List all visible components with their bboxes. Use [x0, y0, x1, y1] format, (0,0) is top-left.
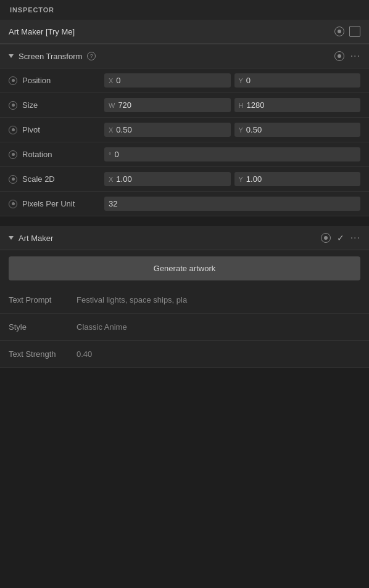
position-y-value: 0 [246, 76, 356, 85]
text-prompt-row: Text Prompt Festival lights, space ships… [0, 287, 369, 314]
scale2d-row: Scale 2D X 1.00 Y 1.00 [0, 167, 369, 192]
position-inputs: X 0 Y 0 [104, 73, 360, 88]
position-row: Position X 0 Y 0 [0, 68, 369, 93]
pivot-inputs: X 0.50 Y 0.50 [104, 123, 360, 137]
scale-x-input[interactable]: X 1.00 [104, 172, 231, 186]
scale2d-label-container: Scale 2D [9, 174, 104, 184]
size-label: Size [22, 100, 38, 110]
text-prompt-value: Festival lights, space ships, pla [77, 295, 360, 304]
art-maker-label: Art Maker [19, 234, 53, 243]
scale-y-value: 1.00 [246, 174, 356, 184]
position-x-prefix: X [109, 77, 113, 84]
inspector-header: INSPECTOR [0, 0, 369, 20]
text-strength-label: Text Strength [9, 349, 77, 359]
rotation-input[interactable]: ° 0 [104, 147, 360, 161]
pivot-label-container: Pivot [9, 125, 104, 134]
rotation-value: 0 [114, 150, 356, 159]
position-x-input[interactable]: X 0 [104, 73, 231, 88]
text-prompt-label: Text Prompt [9, 295, 77, 304]
scale-y-input[interactable]: Y 1.00 [234, 172, 361, 186]
art-maker-more-icon[interactable]: ··· [350, 232, 360, 243]
pivot-y-prefix: Y [239, 126, 243, 134]
section-header-right: ··· [334, 51, 360, 62]
rotation-prefix: ° [109, 151, 111, 158]
help-icon[interactable]: ? [87, 52, 96, 60]
scale2d-inputs: X 1.00 Y 1.00 [104, 172, 360, 186]
component-title: Art Maker [Try Me] [9, 27, 75, 36]
size-h-value: 1280 [246, 100, 356, 110]
art-maker-header: Art Maker ✓ ··· [0, 226, 369, 250]
art-maker-chevron-icon[interactable] [9, 236, 14, 240]
size-h-input[interactable]: H 1280 [234, 98, 361, 112]
pixels-per-unit-row: Pixels Per Unit 32 [0, 192, 369, 216]
section-enable-radio[interactable] [334, 51, 344, 61]
expand-square-button[interactable] [349, 26, 360, 37]
section-spacer [0, 216, 369, 221]
rotation-radio[interactable] [9, 150, 17, 159]
style-value: Classic Anime [77, 322, 360, 332]
generate-artwork-button[interactable]: Generate artwork [9, 256, 360, 280]
pivot-x-value: 0.50 [116, 125, 226, 134]
pivot-radio[interactable] [9, 126, 17, 134]
scale-x-prefix: X [109, 176, 113, 183]
pixels-per-unit-input[interactable]: 32 [104, 197, 360, 211]
inspector-title: INSPECTOR [10, 6, 54, 14]
pivot-row: Pivot X 0.50 Y 0.50 [0, 118, 369, 142]
pixels-per-unit-label: Pixels Per Unit [22, 199, 75, 208]
size-row: Size W 720 H 1280 [0, 93, 369, 118]
pivot-y-value: 0.50 [246, 125, 356, 134]
screen-transform-label: Screen Transform [19, 52, 82, 61]
pixels-per-unit-label-container: Pixels Per Unit [9, 199, 104, 208]
size-w-value: 720 [118, 100, 226, 110]
pivot-x-input[interactable]: X 0.50 [104, 123, 231, 137]
screen-transform-section: Screen Transform ? ··· Position X 0 Y 0 [0, 44, 369, 216]
art-maker-section: Art Maker ✓ ··· Generate artwork Text Pr… [0, 226, 369, 368]
art-maker-check-icon[interactable]: ✓ [337, 233, 344, 243]
chevron-down-icon[interactable] [9, 54, 14, 58]
pivot-x-prefix: X [109, 126, 113, 134]
pivot-label: Pivot [22, 125, 40, 134]
rotation-inputs: ° 0 [104, 147, 360, 161]
pixels-per-unit-inputs: 32 [104, 197, 360, 211]
size-h-prefix: H [239, 102, 244, 109]
size-label-container: Size [9, 100, 104, 110]
position-label: Position [22, 76, 51, 85]
style-row: Style Classic Anime [0, 314, 369, 341]
size-radio[interactable] [9, 101, 17, 110]
rotation-label: Rotation [22, 150, 52, 159]
title-bar: Art Maker [Try Me] [0, 20, 369, 44]
section-header-left: Screen Transform ? [9, 52, 96, 61]
scale-y-prefix: Y [239, 176, 243, 183]
art-maker-enable-radio[interactable] [321, 233, 331, 243]
pixels-per-unit-value: 32 [109, 199, 356, 208]
screen-transform-header: Screen Transform ? ··· [0, 44, 369, 68]
position-y-input[interactable]: Y 0 [234, 73, 361, 88]
text-strength-row: Text Strength 0.40 [0, 341, 369, 368]
position-radio[interactable] [9, 76, 17, 85]
art-maker-header-right: ✓ ··· [321, 232, 360, 243]
pivot-y-input[interactable]: Y 0.50 [234, 123, 361, 137]
size-w-prefix: W [109, 102, 115, 109]
rotation-row: Rotation ° 0 [0, 142, 369, 167]
enable-toggle-radio[interactable] [334, 27, 344, 36]
position-label-container: Position [9, 76, 104, 85]
style-label: Style [9, 322, 77, 332]
text-strength-value: 0.40 [77, 349, 360, 359]
rotation-label-container: Rotation [9, 150, 104, 159]
art-maker-header-left: Art Maker [9, 234, 53, 243]
scale2d-radio[interactable] [9, 175, 17, 184]
title-bar-icons [334, 26, 360, 37]
size-inputs: W 720 H 1280 [104, 98, 360, 112]
scale2d-label: Scale 2D [22, 174, 55, 184]
size-w-input[interactable]: W 720 [104, 98, 231, 112]
position-y-prefix: Y [239, 77, 243, 84]
position-x-value: 0 [116, 76, 226, 85]
section-more-icon[interactable]: ··· [350, 51, 360, 62]
pixels-per-unit-radio[interactable] [9, 200, 17, 208]
scale-x-value: 1.00 [116, 174, 226, 184]
